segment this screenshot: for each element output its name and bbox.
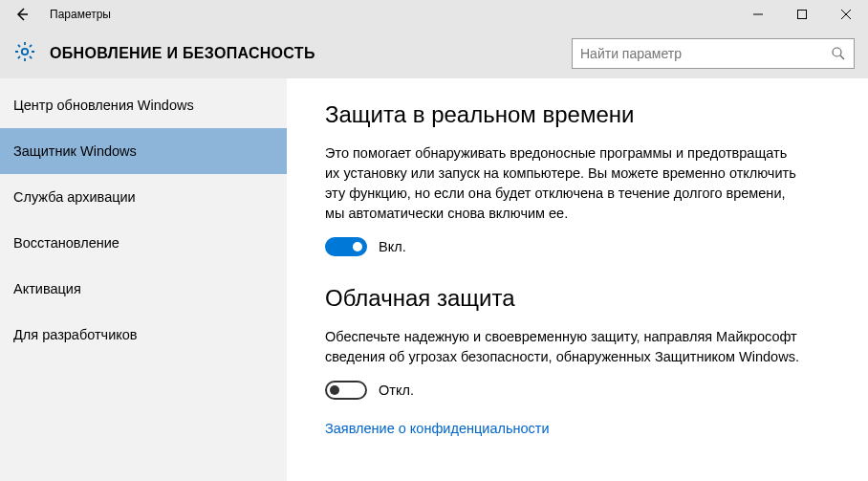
sidebar: Центр обновления Windows Защитник Window… [0,78,287,481]
svg-line-7 [840,55,844,59]
sidebar-item-recovery[interactable]: Восстановление [0,220,287,266]
privacy-statement-link[interactable]: Заявление о конфиденциальности [325,421,550,436]
maximize-icon [797,10,807,19]
sidebar-item-backup[interactable]: Служба архивации [0,174,287,220]
page-title: ОБНОВЛЕНИЕ И БЕЗОПАСНОСТЬ [50,45,572,62]
window-titlebar: Параметры [0,0,868,29]
search-box[interactable] [572,38,855,69]
sidebar-item-windows-update[interactable]: Центр обновления Windows [0,82,287,128]
sidebar-item-for-developers[interactable]: Для разработчиков [0,312,287,358]
content-area: Защита в реальном времени Это помогает о… [287,78,868,481]
page-header: ОБНОВЛЕНИЕ И БЕЗОПАСНОСТЬ [0,29,868,78]
close-button[interactable] [824,0,868,29]
toggle-realtime-protection[interactable] [325,237,367,256]
sidebar-item-label: Активация [13,281,81,296]
toggle-cloud-protection[interactable] [325,381,367,400]
toggle-label-realtime: Вкл. [379,239,406,254]
window-title: Параметры [44,8,111,21]
maximize-button[interactable] [780,0,824,29]
svg-rect-2 [798,11,807,19]
section-title-realtime: Защита в реальном времени [325,101,830,128]
sidebar-item-label: Служба архивации [13,189,136,205]
search-input[interactable] [580,46,831,61]
sidebar-item-label: Защитник Windows [13,143,137,159]
gear-icon [13,40,36,67]
sidebar-item-windows-defender[interactable]: Защитник Windows [0,128,287,174]
close-icon [841,10,851,19]
back-button[interactable] [0,0,44,29]
sidebar-item-activation[interactable]: Активация [0,266,287,312]
svg-point-5 [22,49,28,55]
section-desc-cloud: Обеспечьте надежную и своевременную защи… [325,327,803,367]
svg-point-6 [833,48,841,56]
minimize-icon [753,10,763,19]
minimize-button[interactable] [736,0,780,29]
sidebar-item-label: Восстановление [13,235,119,251]
sidebar-item-label: Центр обновления Windows [13,98,194,113]
sidebar-item-label: Для разработчиков [13,327,138,342]
section-desc-realtime: Это помогает обнаруживать вредоносные пр… [325,143,803,224]
search-icon [831,46,846,61]
arrow-left-icon [14,7,30,22]
section-title-cloud: Облачная защита [325,285,830,312]
toggle-label-cloud: Откл. [379,383,414,398]
